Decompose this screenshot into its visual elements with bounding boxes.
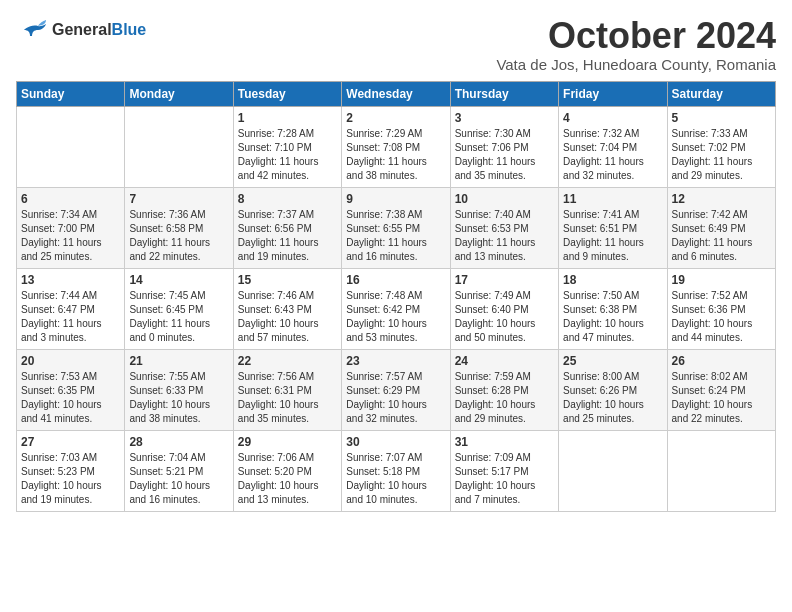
day-number: 10 — [455, 192, 554, 206]
day-cell: 13Sunrise: 7:44 AM Sunset: 6:47 PM Dayli… — [17, 268, 125, 349]
day-number: 6 — [21, 192, 120, 206]
title-block: October 2024 Vata de Jos, Hunedoara Coun… — [496, 16, 776, 73]
day-number: 4 — [563, 111, 662, 125]
day-cell: 26Sunrise: 8:02 AM Sunset: 6:24 PM Dayli… — [667, 349, 775, 430]
day-info: Sunrise: 7:30 AM Sunset: 7:06 PM Dayligh… — [455, 127, 554, 183]
day-number: 15 — [238, 273, 337, 287]
day-info: Sunrise: 8:02 AM Sunset: 6:24 PM Dayligh… — [672, 370, 771, 426]
day-cell: 22Sunrise: 7:56 AM Sunset: 6:31 PM Dayli… — [233, 349, 341, 430]
day-number: 30 — [346, 435, 445, 449]
day-number: 27 — [21, 435, 120, 449]
day-cell: 29Sunrise: 7:06 AM Sunset: 5:20 PM Dayli… — [233, 430, 341, 511]
day-info: Sunrise: 7:55 AM Sunset: 6:33 PM Dayligh… — [129, 370, 228, 426]
day-cell — [559, 430, 667, 511]
week-row-4: 20Sunrise: 7:53 AM Sunset: 6:35 PM Dayli… — [17, 349, 776, 430]
day-cell: 30Sunrise: 7:07 AM Sunset: 5:18 PM Dayli… — [342, 430, 450, 511]
column-header-wednesday: Wednesday — [342, 81, 450, 106]
day-cell: 11Sunrise: 7:41 AM Sunset: 6:51 PM Dayli… — [559, 187, 667, 268]
day-cell: 19Sunrise: 7:52 AM Sunset: 6:36 PM Dayli… — [667, 268, 775, 349]
day-cell: 17Sunrise: 7:49 AM Sunset: 6:40 PM Dayli… — [450, 268, 558, 349]
day-info: Sunrise: 7:46 AM Sunset: 6:43 PM Dayligh… — [238, 289, 337, 345]
day-number: 17 — [455, 273, 554, 287]
column-header-sunday: Sunday — [17, 81, 125, 106]
logo-text: GeneralBlue — [52, 21, 146, 39]
week-row-3: 13Sunrise: 7:44 AM Sunset: 6:47 PM Dayli… — [17, 268, 776, 349]
day-info: Sunrise: 7:45 AM Sunset: 6:45 PM Dayligh… — [129, 289, 228, 345]
week-row-1: 1Sunrise: 7:28 AM Sunset: 7:10 PM Daylig… — [17, 106, 776, 187]
day-cell: 6Sunrise: 7:34 AM Sunset: 7:00 PM Daylig… — [17, 187, 125, 268]
day-cell: 20Sunrise: 7:53 AM Sunset: 6:35 PM Dayli… — [17, 349, 125, 430]
logo: GeneralBlue — [16, 16, 146, 44]
day-info: Sunrise: 7:04 AM Sunset: 5:21 PM Dayligh… — [129, 451, 228, 507]
day-cell: 25Sunrise: 8:00 AM Sunset: 6:26 PM Dayli… — [559, 349, 667, 430]
day-info: Sunrise: 8:00 AM Sunset: 6:26 PM Dayligh… — [563, 370, 662, 426]
column-header-friday: Friday — [559, 81, 667, 106]
day-info: Sunrise: 7:29 AM Sunset: 7:08 PM Dayligh… — [346, 127, 445, 183]
day-info: Sunrise: 7:41 AM Sunset: 6:51 PM Dayligh… — [563, 208, 662, 264]
day-number: 1 — [238, 111, 337, 125]
day-info: Sunrise: 7:36 AM Sunset: 6:58 PM Dayligh… — [129, 208, 228, 264]
day-info: Sunrise: 7:59 AM Sunset: 6:28 PM Dayligh… — [455, 370, 554, 426]
day-info: Sunrise: 7:34 AM Sunset: 7:00 PM Dayligh… — [21, 208, 120, 264]
day-info: Sunrise: 7:33 AM Sunset: 7:02 PM Dayligh… — [672, 127, 771, 183]
day-cell: 8Sunrise: 7:37 AM Sunset: 6:56 PM Daylig… — [233, 187, 341, 268]
day-cell: 15Sunrise: 7:46 AM Sunset: 6:43 PM Dayli… — [233, 268, 341, 349]
day-number: 23 — [346, 354, 445, 368]
week-row-5: 27Sunrise: 7:03 AM Sunset: 5:23 PM Dayli… — [17, 430, 776, 511]
day-info: Sunrise: 7:06 AM Sunset: 5:20 PM Dayligh… — [238, 451, 337, 507]
day-cell: 27Sunrise: 7:03 AM Sunset: 5:23 PM Dayli… — [17, 430, 125, 511]
day-cell: 31Sunrise: 7:09 AM Sunset: 5:17 PM Dayli… — [450, 430, 558, 511]
day-number: 20 — [21, 354, 120, 368]
calendar-table: SundayMondayTuesdayWednesdayThursdayFrid… — [16, 81, 776, 512]
day-cell: 12Sunrise: 7:42 AM Sunset: 6:49 PM Dayli… — [667, 187, 775, 268]
day-info: Sunrise: 7:48 AM Sunset: 6:42 PM Dayligh… — [346, 289, 445, 345]
column-header-saturday: Saturday — [667, 81, 775, 106]
day-number: 28 — [129, 435, 228, 449]
day-cell: 16Sunrise: 7:48 AM Sunset: 6:42 PM Dayli… — [342, 268, 450, 349]
day-cell: 21Sunrise: 7:55 AM Sunset: 6:33 PM Dayli… — [125, 349, 233, 430]
day-cell: 1Sunrise: 7:28 AM Sunset: 7:10 PM Daylig… — [233, 106, 341, 187]
day-cell: 18Sunrise: 7:50 AM Sunset: 6:38 PM Dayli… — [559, 268, 667, 349]
day-cell: 5Sunrise: 7:33 AM Sunset: 7:02 PM Daylig… — [667, 106, 775, 187]
day-info: Sunrise: 7:28 AM Sunset: 7:10 PM Dayligh… — [238, 127, 337, 183]
day-number: 18 — [563, 273, 662, 287]
day-cell: 4Sunrise: 7:32 AM Sunset: 7:04 PM Daylig… — [559, 106, 667, 187]
day-info: Sunrise: 7:09 AM Sunset: 5:17 PM Dayligh… — [455, 451, 554, 507]
day-number: 19 — [672, 273, 771, 287]
month-title: October 2024 — [496, 16, 776, 56]
day-info: Sunrise: 7:56 AM Sunset: 6:31 PM Dayligh… — [238, 370, 337, 426]
day-number: 7 — [129, 192, 228, 206]
day-number: 25 — [563, 354, 662, 368]
day-info: Sunrise: 7:32 AM Sunset: 7:04 PM Dayligh… — [563, 127, 662, 183]
day-number: 11 — [563, 192, 662, 206]
day-number: 2 — [346, 111, 445, 125]
day-info: Sunrise: 7:03 AM Sunset: 5:23 PM Dayligh… — [21, 451, 120, 507]
day-cell: 28Sunrise: 7:04 AM Sunset: 5:21 PM Dayli… — [125, 430, 233, 511]
day-info: Sunrise: 7:57 AM Sunset: 6:29 PM Dayligh… — [346, 370, 445, 426]
day-cell — [667, 430, 775, 511]
day-number: 21 — [129, 354, 228, 368]
day-info: Sunrise: 7:07 AM Sunset: 5:18 PM Dayligh… — [346, 451, 445, 507]
day-number: 31 — [455, 435, 554, 449]
day-cell: 9Sunrise: 7:38 AM Sunset: 6:55 PM Daylig… — [342, 187, 450, 268]
day-number: 24 — [455, 354, 554, 368]
day-cell: 14Sunrise: 7:45 AM Sunset: 6:45 PM Dayli… — [125, 268, 233, 349]
day-number: 13 — [21, 273, 120, 287]
day-cell: 23Sunrise: 7:57 AM Sunset: 6:29 PM Dayli… — [342, 349, 450, 430]
day-cell — [17, 106, 125, 187]
day-info: Sunrise: 7:52 AM Sunset: 6:36 PM Dayligh… — [672, 289, 771, 345]
day-number: 29 — [238, 435, 337, 449]
location-subtitle: Vata de Jos, Hunedoara County, Romania — [496, 56, 776, 73]
day-number: 8 — [238, 192, 337, 206]
day-number: 5 — [672, 111, 771, 125]
day-info: Sunrise: 7:42 AM Sunset: 6:49 PM Dayligh… — [672, 208, 771, 264]
day-info: Sunrise: 7:37 AM Sunset: 6:56 PM Dayligh… — [238, 208, 337, 264]
day-number: 22 — [238, 354, 337, 368]
page-header: GeneralBlue October 2024 Vata de Jos, Hu… — [16, 16, 776, 73]
day-info: Sunrise: 7:38 AM Sunset: 6:55 PM Dayligh… — [346, 208, 445, 264]
day-info: Sunrise: 7:49 AM Sunset: 6:40 PM Dayligh… — [455, 289, 554, 345]
day-cell: 24Sunrise: 7:59 AM Sunset: 6:28 PM Dayli… — [450, 349, 558, 430]
column-header-thursday: Thursday — [450, 81, 558, 106]
day-number: 14 — [129, 273, 228, 287]
day-info: Sunrise: 7:44 AM Sunset: 6:47 PM Dayligh… — [21, 289, 120, 345]
